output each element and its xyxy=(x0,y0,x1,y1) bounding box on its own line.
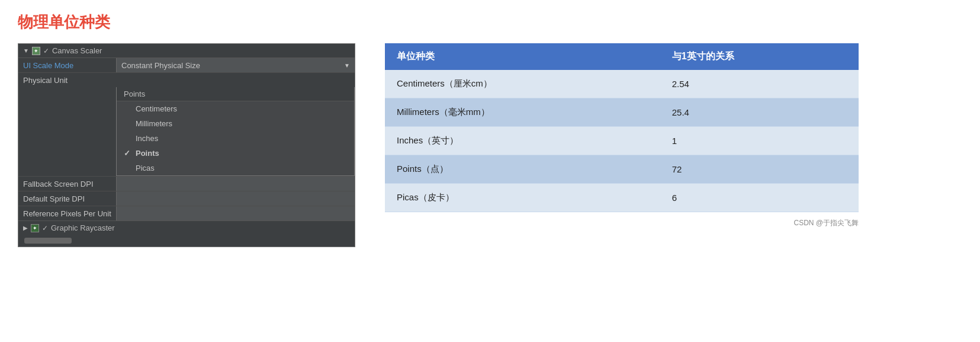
reference-pixels-row: Reference Pixels Per Unit xyxy=(18,206,355,220)
millimeters-label: Millimeters xyxy=(136,119,172,128)
physical-unit-row: Physical Unit xyxy=(18,73,355,87)
canvas-scaler-header: ▼ ✦ ✓ Canvas Scaler xyxy=(18,44,355,58)
points-label: Points xyxy=(136,149,159,158)
unit-value: 72 xyxy=(660,155,859,184)
canvas-scaler-label: Canvas Scaler xyxy=(52,46,102,55)
inspector-panel: ▼ ✦ ✓ Canvas Scaler UI Scale Mode Consta… xyxy=(18,43,355,247)
dropdown-header: Points xyxy=(117,87,354,101)
dropdown-item-centimeters[interactable]: Centimeters xyxy=(117,101,354,116)
gr-triangle-icon: ▶ xyxy=(23,225,28,231)
check-picas-icon xyxy=(124,164,136,172)
col2-header: 与1英寸的关系 xyxy=(660,43,859,70)
unit-value: 25.4 xyxy=(660,98,859,127)
page-title: 物理单位种类 xyxy=(18,12,962,33)
triangle-icon: ▼ xyxy=(23,47,29,54)
graphic-raycaster-label: Graphic Raycaster xyxy=(51,223,115,232)
table-row: Picas（皮卡）6 xyxy=(385,184,859,212)
unit-name: Picas（皮卡） xyxy=(385,184,660,212)
default-sprite-dpi-row: Default Sprite DPI xyxy=(18,191,355,206)
check-points-icon: ✓ xyxy=(124,149,136,158)
scrollbar-thumb[interactable] xyxy=(24,238,72,244)
dropdown-item-points[interactable]: ✓ Points xyxy=(117,146,354,161)
unit-name: Inches（英寸） xyxy=(385,127,660,155)
gr-checkmark-icon: ✓ xyxy=(42,224,48,232)
ui-scale-mode-value[interactable]: Constant Physical Size ▼ xyxy=(116,58,355,72)
col1-header: 单位种类 xyxy=(385,43,660,70)
scrollbar-area xyxy=(18,235,355,247)
table-row: Inches（英寸）1 xyxy=(385,127,859,155)
watermark: CSDN @于指尖飞舞 xyxy=(385,218,859,228)
ui-scale-mode-row: UI Scale Mode Constant Physical Size ▼ xyxy=(18,58,355,73)
unit-value: 1 xyxy=(660,127,859,155)
dropdown-item-millimeters[interactable]: Millimeters xyxy=(117,116,354,131)
table-header-row: 单位种类 与1英寸的关系 xyxy=(385,43,859,70)
table-row: Centimeters（厘米cm）2.54 xyxy=(385,70,859,98)
check-millimeters-icon xyxy=(124,119,136,128)
reference-pixels-value[interactable] xyxy=(116,206,355,220)
physical-unit-dropdown: Points Centimeters Millimeters Inches ✓ … xyxy=(116,87,355,176)
default-sprite-dpi-value[interactable] xyxy=(116,191,355,206)
physical-unit-label: Physical Unit xyxy=(18,74,116,87)
default-sprite-dpi-label: Default Sprite DPI xyxy=(18,193,116,205)
check-inches-icon xyxy=(124,134,136,143)
data-table-container: 单位种类 与1英寸的关系 Centimeters（厘米cm）2.54Millim… xyxy=(385,43,859,228)
physical-unit-block: Physical Unit Points Centimeters Millime… xyxy=(18,73,355,177)
dropdown-item-inches[interactable]: Inches xyxy=(117,131,354,146)
inches-label: Inches xyxy=(136,134,158,143)
table-row: Points（点）72 xyxy=(385,155,859,184)
dropdown-item-picas[interactable]: Picas xyxy=(117,161,354,175)
checkmark-icon: ✓ xyxy=(43,47,49,55)
unit-name: Centimeters（厘米cm） xyxy=(385,70,660,98)
picas-label: Picas xyxy=(136,164,155,172)
reference-pixels-label: Reference Pixels Per Unit xyxy=(18,207,116,220)
physical-unit-value xyxy=(116,78,355,82)
table-row: Millimeters（毫米mm）25.4 xyxy=(385,98,859,127)
unit-table: 单位种类 与1英寸的关系 Centimeters（厘米cm）2.54Millim… xyxy=(385,43,859,212)
centimeters-label: Centimeters xyxy=(136,104,177,113)
fallback-dpi-value[interactable] xyxy=(116,177,355,191)
unit-value: 2.54 xyxy=(660,70,859,98)
dropdown-arrow-icon: ▼ xyxy=(344,62,350,69)
unit-name: Points（点） xyxy=(385,155,660,184)
ui-scale-mode-label: UI Scale Mode xyxy=(18,59,116,72)
fallback-dpi-label: Fallback Screen DPI xyxy=(18,178,116,190)
graphic-raycaster-row: ▶ ✦ ✓ Graphic Raycaster xyxy=(18,220,355,235)
unit-name: Millimeters（毫米mm） xyxy=(385,98,660,127)
unit-value: 6 xyxy=(660,184,859,212)
component-icon: ✦ xyxy=(32,47,40,55)
gr-icon: ✦ xyxy=(31,224,39,232)
check-centimeters-icon xyxy=(124,104,136,113)
fallback-dpi-row: Fallback Screen DPI xyxy=(18,177,355,191)
